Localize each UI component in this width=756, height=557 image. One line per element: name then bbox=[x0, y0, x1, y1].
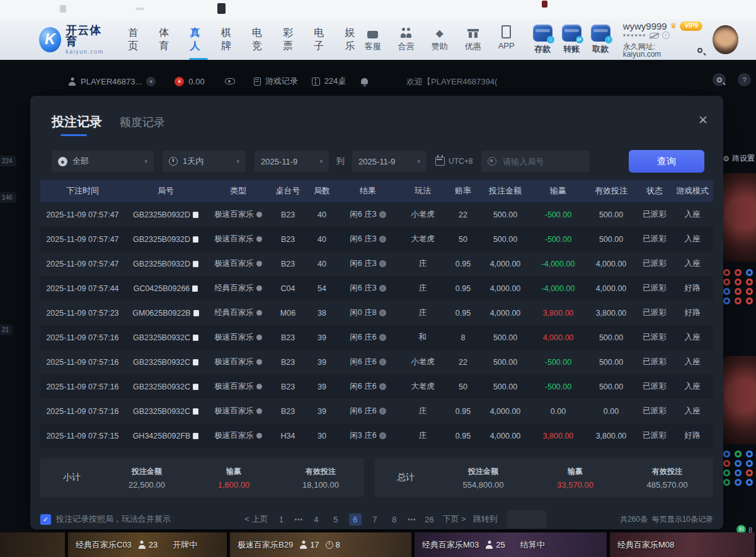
copy-icon[interactable] bbox=[193, 384, 198, 390]
copy-icon[interactable] bbox=[193, 212, 198, 218]
filter-bar: ♠ 全部 ▾ 1天内 ▾ 2025-11-9 ▾ 到 2025-11-9 ▾ bbox=[52, 150, 704, 173]
copy-icon[interactable] bbox=[193, 310, 199, 316]
deposit-link[interactable]: ↓存款 bbox=[533, 25, 553, 55]
verify-circle-icon[interactable]: ✓ bbox=[662, 32, 670, 39]
round-search-field[interactable] bbox=[481, 151, 590, 172]
query-button[interactable]: 查询 bbox=[629, 150, 704, 173]
phone-link[interactable]: APP bbox=[495, 27, 518, 52]
result-info-icon[interactable]: i bbox=[379, 285, 386, 292]
result-info-icon[interactable]: i bbox=[379, 211, 386, 218]
copy-icon[interactable] bbox=[193, 236, 198, 243]
nav-item-6[interactable]: 电子 bbox=[314, 23, 330, 57]
game-type-dropdown[interactable]: ♠ 全部 ▾ bbox=[52, 151, 154, 172]
player-name: PLAYER46873... bbox=[81, 77, 142, 86]
nav-item-3[interactable]: 棋牌 bbox=[221, 23, 238, 57]
partners-link[interactable]: 合营 bbox=[395, 27, 418, 52]
round-search-input[interactable] bbox=[501, 156, 577, 167]
copy-icon[interactable] bbox=[193, 335, 198, 341]
result-info-icon[interactable]: i bbox=[379, 309, 386, 316]
column-header: 投注金额 bbox=[479, 185, 532, 197]
logo-title: 开云体育 bbox=[66, 25, 108, 47]
table-cell: GB2325B0932C bbox=[125, 382, 207, 391]
wallet-link-label: 存款 bbox=[534, 43, 551, 55]
page-button-6[interactable]: 6 bbox=[349, 514, 362, 525]
gift-link[interactable]: 优惠 bbox=[462, 27, 484, 52]
jump-page-input[interactable] bbox=[507, 510, 546, 528]
person-icon bbox=[138, 541, 146, 549]
table-cell: GB2325B0932C bbox=[125, 333, 207, 342]
table-thumbnail-4[interactable]: 经典百家乐M08 bbox=[610, 532, 755, 557]
balance: ¥ 0.00 bbox=[175, 77, 204, 86]
table-cell: 已派彩 bbox=[638, 234, 672, 244]
table-cell: 极速百家乐 bbox=[207, 332, 270, 343]
nav-item-0[interactable]: 首页 bbox=[128, 23, 144, 57]
nav-item-1[interactable]: 体育 bbox=[159, 23, 175, 57]
table-thumbnail-1[interactable]: 经典百家乐C0323开牌中 bbox=[68, 532, 227, 557]
search-circle-icon[interactable] bbox=[713, 73, 726, 86]
table-thumbnail-2[interactable]: 极速百家乐B29178 bbox=[230, 532, 411, 557]
table-cell: GB2325B0932C bbox=[125, 407, 207, 416]
player-selector[interactable]: PLAYER46873... ▾ bbox=[68, 77, 156, 86]
table-cell: 和 bbox=[398, 332, 447, 343]
column-header: 结果 bbox=[338, 185, 398, 197]
avatar[interactable] bbox=[713, 25, 738, 54]
table-name: 极速百家乐B29 bbox=[238, 539, 293, 551]
page-button-5[interactable]: 5 bbox=[329, 515, 342, 524]
result-info-icon[interactable]: i bbox=[379, 359, 386, 365]
table-cell: B23 bbox=[270, 260, 306, 268]
page-button-26[interactable]: 26 bbox=[423, 515, 435, 524]
time-range-dropdown[interactable]: 1天内 ▾ bbox=[163, 151, 246, 172]
page-button-4[interactable]: 4 bbox=[310, 515, 323, 524]
bell-icon[interactable] bbox=[361, 78, 368, 84]
prev-page-button[interactable]: < 上页 bbox=[244, 514, 268, 525]
chevron-down-icon[interactable]: ▾ bbox=[146, 77, 156, 86]
result-info-icon[interactable]: i bbox=[379, 334, 386, 341]
tab-quota-records[interactable]: 额度记录 bbox=[120, 115, 165, 135]
game-records-link[interactable]: 游戏记录 bbox=[254, 76, 298, 87]
date-to-dropdown[interactable]: 2025-11-9 ▾ bbox=[352, 151, 427, 172]
player-count-value: 25 bbox=[496, 540, 505, 549]
merge-checkbox[interactable]: ✓ bbox=[40, 514, 51, 525]
copy-icon[interactable] bbox=[193, 408, 198, 415]
next-page-button[interactable]: 下页 > bbox=[442, 514, 466, 525]
date-from-dropdown[interactable]: 2025-11-9 ▾ bbox=[255, 151, 329, 172]
chat-link[interactable]: 客服 bbox=[362, 27, 384, 52]
left-edge-badge: 224 bbox=[0, 156, 16, 166]
tables-count-link[interactable]: 224桌 bbox=[312, 76, 346, 87]
withdraw-badge-icon: ↑ bbox=[605, 36, 612, 43]
withdraw-link[interactable]: ↑取款 bbox=[591, 25, 610, 55]
search-icon[interactable] bbox=[697, 48, 702, 53]
copy-icon[interactable] bbox=[193, 433, 198, 439]
result-info-icon[interactable]: i bbox=[379, 236, 386, 243]
copy-icon[interactable] bbox=[193, 261, 198, 267]
diamond-link[interactable]: ◆赞助 bbox=[428, 27, 451, 52]
result-info-icon[interactable]: i bbox=[379, 408, 386, 415]
eye-off-icon[interactable] bbox=[650, 33, 659, 38]
table-thumbnail-3[interactable]: 经典百家乐M0325结算中 bbox=[415, 532, 607, 557]
table-cell: 大老虎 bbox=[398, 381, 447, 392]
table-name: 经典百家乐M03 bbox=[422, 539, 479, 551]
result-info-icon[interactable]: i bbox=[379, 383, 386, 390]
tab-bet-records[interactable]: 投注记录 bbox=[52, 113, 102, 136]
transfer-link[interactable]: ⇄转账 bbox=[562, 25, 581, 55]
copy-icon[interactable] bbox=[193, 359, 198, 365]
table-cell: -4,000.00 bbox=[532, 284, 585, 293]
result-info-icon[interactable]: i bbox=[379, 432, 386, 439]
calendar-icon[interactable] bbox=[435, 157, 445, 166]
nav-item-5[interactable]: 彩票 bbox=[283, 23, 299, 57]
bead-red bbox=[735, 297, 742, 304]
close-icon[interactable]: ✕ bbox=[694, 112, 712, 128]
page-button-7[interactable]: 7 bbox=[369, 515, 381, 524]
site-logo[interactable]: K 开云体育 kaiyun.com bbox=[39, 25, 108, 55]
page-button-1[interactable]: 1 bbox=[275, 515, 287, 524]
bead-red bbox=[746, 288, 753, 295]
nav-item-4[interactable]: 电竞 bbox=[252, 23, 268, 57]
eye-icon[interactable] bbox=[225, 78, 235, 84]
page-button-8[interactable]: 8 bbox=[388, 515, 401, 524]
result-info-icon[interactable]: i bbox=[379, 260, 386, 267]
nav-item-2[interactable]: 真人 bbox=[190, 23, 207, 57]
copy-icon[interactable] bbox=[192, 285, 198, 292]
nav-item-7[interactable]: 娱乐 bbox=[345, 23, 361, 57]
road-settings-button[interactable]: ⚙ 路设置 bbox=[723, 153, 755, 164]
help-icon[interactable]: ? bbox=[738, 73, 751, 86]
